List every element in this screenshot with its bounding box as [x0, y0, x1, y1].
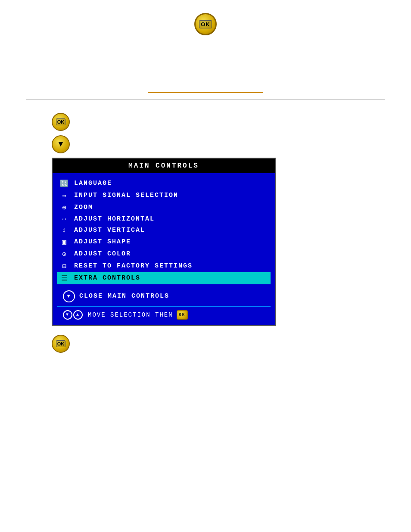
link-area: ________________________________	[26, 86, 385, 93]
zoom-label: ZOOM	[74, 204, 93, 211]
bottom-step-text	[77, 335, 385, 346]
input-signal-label: INPUT SIGNAL SELECTION	[74, 192, 178, 199]
hint-down-arrow-icon	[63, 310, 72, 320]
menu-hint-row: MOVE SELECTION THEN OK	[57, 306, 271, 323]
adjust-vertical-label: ADJUST VERTICAL	[74, 227, 145, 234]
intro-line-1	[55, 46, 56, 53]
close-main-controls-icon	[63, 290, 75, 302]
down-arrow-icon-step2	[52, 135, 70, 153]
menu-item-zoom[interactable]: ⊕ ZOOM	[57, 202, 271, 214]
menu-title-text: MAIN CONTROLS	[128, 162, 199, 170]
extra-controls-label: EXTRA CONTROLS	[74, 274, 140, 282]
page-container: OK ________________________________ OK M…	[0, 0, 411, 532]
ok-badge-step1: OK	[52, 113, 70, 131]
ok-badge-label-bottom: OK	[56, 340, 66, 347]
adjust-vertical-icon: ↕	[59, 227, 70, 234]
menu-item-input-signal[interactable]: ⇒ INPUT SIGNAL SELECTION	[57, 190, 271, 202]
hint-text: MOVE SELECTION THEN	[88, 311, 173, 318]
input-signal-icon: ⇒	[59, 191, 70, 200]
ok-badge-label-step1: OK	[56, 118, 66, 125]
main-controls-menu: MAIN CONTROLS 🔣 LANGUAGE ⇒ INPUT SIGNAL …	[52, 158, 276, 326]
intro-text-area	[55, 44, 356, 77]
hint-icons	[63, 310, 84, 320]
adjust-horizontal-icon: ↔	[59, 215, 70, 223]
step-1-text	[77, 113, 385, 124]
adjust-shape-icon: ▣	[59, 238, 70, 246]
menu-item-adjust-vertical[interactable]: ↕ ADJUST VERTICAL	[57, 225, 271, 236]
menu-close-row[interactable]: CLOSE MAIN CONTROLS	[57, 287, 271, 306]
menu-items-area: 🔣 LANGUAGE ⇒ INPUT SIGNAL SELECTION ⊕ ZO…	[53, 173, 275, 325]
adjust-shape-label: ADJUST SHAPE	[74, 238, 131, 246]
step-2-row	[52, 135, 385, 153]
step-2-icon	[52, 135, 70, 153]
intro-line-2	[55, 57, 56, 64]
menu-item-extra-controls[interactable]: ☰ EXTRA CONTROLS	[57, 272, 271, 284]
reset-factory-icon: ⊟	[59, 262, 70, 271]
top-icon-area: OK	[26, 13, 385, 35]
intro-line-3	[55, 68, 56, 75]
step-2-text	[77, 135, 385, 146]
reset-factory-label: RESET TO FACTORY SETTINGS	[74, 262, 193, 270]
menu-item-adjust-color[interactable]: ⊙ ADJUST COLOR	[57, 248, 271, 260]
adjust-horizontal-label: ADJUST HORIZONTAL	[74, 215, 155, 223]
adjust-color-label: ADJUST COLOR	[74, 250, 131, 258]
menu-item-adjust-shape[interactable]: ▣ ADJUST SHAPE	[57, 236, 271, 248]
bottom-spacer	[26, 356, 385, 442]
menu-item-adjust-horizontal[interactable]: ↔ ADJUST HORIZONTAL	[57, 214, 271, 225]
ok-badge-bottom: OK	[52, 335, 70, 353]
link-text: ________________________________	[26, 86, 385, 93]
menu-item-reset-factory[interactable]: ⊟ RESET TO FACTORY SETTINGS	[57, 260, 271, 272]
language-icon: 🔣	[59, 179, 70, 188]
adjust-color-icon: ⊙	[59, 250, 70, 258]
hint-up-arrow-icon	[73, 310, 83, 320]
menu-item-language[interactable]: 🔣 LANGUAGE	[57, 177, 271, 190]
menu-title-bar: MAIN CONTROLS	[53, 159, 275, 173]
ok-button-icon-top: OK	[194, 13, 217, 35]
step-1-row: OK	[52, 113, 385, 131]
hint-ok-label: OK	[179, 313, 185, 317]
language-label: LANGUAGE	[74, 180, 112, 187]
extra-controls-icon: ☰	[59, 274, 70, 283]
step-1-icon: OK	[52, 113, 70, 131]
horizontal-divider	[26, 100, 385, 100]
bottom-step-row: OK	[52, 335, 385, 353]
bottom-step-icon: OK	[52, 335, 70, 353]
close-main-controls-label: CLOSE MAIN CONTROLS	[79, 292, 169, 300]
zoom-icon: ⊕	[59, 203, 70, 212]
ok-icon-label-top: OK	[199, 20, 212, 28]
hint-ok-badge: OK	[177, 310, 188, 320]
